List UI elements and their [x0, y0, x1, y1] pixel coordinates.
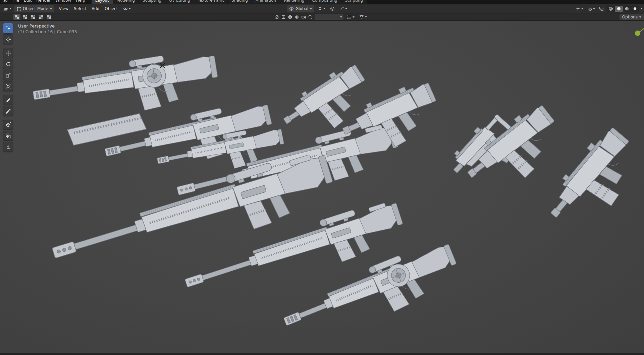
- snap-settings-dropdown-icon[interactable]: [323, 8, 325, 9]
- workspace-tab-layout[interactable]: Layout: [92, 0, 113, 4]
- tool-annotate[interactable]: [3, 95, 13, 105]
- navigation-gizmo[interactable]: [632, 22, 644, 42]
- workspace-tab-texture-paint[interactable]: Texture Paint: [194, 0, 227, 4]
- show-gizmo-icon: [576, 6, 580, 11]
- chevron-down-icon: [365, 16, 367, 18]
- orientation-label: Global: [296, 6, 308, 11]
- tool-scale[interactable]: [3, 70, 13, 80]
- tool-extrude[interactable]: [3, 142, 13, 152]
- camera-icon[interactable]: [301, 15, 306, 19]
- menu-object[interactable]: Object: [102, 5, 120, 12]
- chevron-down-icon: [639, 16, 641, 18]
- shading-mode-group: [606, 5, 639, 12]
- object-mode-dropdown[interactable]: Object Mode: [14, 5, 54, 12]
- chevron-down-icon: [593, 8, 595, 9]
- viewport-menus: View Select Add Object: [56, 5, 121, 12]
- tool-transform[interactable]: [3, 81, 13, 91]
- status-bar: [0, 353, 644, 355]
- workspace-tab-uv-editing[interactable]: UV Editing: [165, 0, 194, 4]
- filter-funnel-icon: [359, 15, 364, 19]
- toggle-xray-icon: [599, 6, 604, 11]
- viewport-display-cluster: [574, 5, 643, 12]
- select-mode-icons: [13, 14, 53, 20]
- select-mode-extend[interactable]: [21, 14, 29, 20]
- circle-slash-icon[interactable]: [274, 15, 279, 19]
- tool-settings-bar: Options: [0, 13, 644, 21]
- active-collection-label: (1) Collection 16 | Cube.035: [18, 29, 77, 34]
- solid-shading-button[interactable]: [615, 6, 623, 12]
- magnet-icon: [318, 6, 322, 11]
- model-heavy-lmg[interactable]: [278, 237, 464, 351]
- mode-label: Object Mode: [23, 6, 48, 11]
- rounded-square-icon[interactable]: [281, 15, 286, 19]
- menu-view[interactable]: View: [56, 5, 71, 12]
- falloff-curve-icon: [339, 6, 344, 11]
- object-mode-icon: [16, 6, 21, 11]
- tool-measure[interactable]: [3, 106, 13, 116]
- chevron-down-icon: [50, 8, 52, 9]
- tool-rotate[interactable]: [3, 59, 13, 69]
- select-mode-invert[interactable]: [38, 14, 45, 20]
- toggle-xray-button[interactable]: [598, 5, 605, 12]
- menu-edit[interactable]: Edit: [21, 0, 34, 3]
- search-icon[interactable]: [308, 15, 313, 19]
- chevron-down-icon: [9, 8, 11, 9]
- chevron-down-icon: [310, 8, 312, 9]
- proportional-editing-toggle[interactable]: [329, 5, 336, 12]
- chevron-down-icon: [345, 8, 347, 9]
- tool-move[interactable]: [3, 48, 13, 58]
- tool-select-box[interactable]: [3, 23, 13, 33]
- workspace-tabs: Layout Modeling Sculpting UV Editing Tex…: [92, 0, 367, 4]
- blender-logo-icon[interactable]: [3, 0, 8, 3]
- sphere-icon[interactable]: [288, 15, 292, 19]
- options-dropdown[interactable]: Options: [620, 14, 644, 20]
- scene-canvas[interactable]: [0, 21, 644, 353]
- menu-file[interactable]: File: [10, 0, 21, 3]
- workspace-tab-sculpting[interactable]: Sculpting: [139, 0, 165, 4]
- show-gizmo-dropdown[interactable]: [574, 5, 585, 12]
- tool-duplicate[interactable]: [3, 131, 13, 141]
- viewport-3d[interactable]: User Perspective (1) Collection 16 | Cub…: [0, 21, 644, 353]
- wireframe-shading-button[interactable]: [607, 6, 615, 12]
- shading-settings-dropdown-icon[interactable]: [641, 8, 643, 9]
- list-display-dropdown[interactable]: [345, 13, 356, 20]
- material-preview-button[interactable]: [623, 6, 631, 12]
- pivot-point-dropdown[interactable]: [122, 5, 132, 12]
- workspace-tab-compositing[interactable]: Compositing: [308, 0, 341, 4]
- workspace-tab-animation[interactable]: Animation: [252, 0, 280, 4]
- model-sniper-rifle[interactable]: [47, 146, 339, 287]
- chevron-down-icon: [353, 16, 355, 18]
- workspace-tab-shading[interactable]: Shading: [228, 0, 252, 4]
- viewport-header: Object Mode View Select Add Object Globa…: [0, 4, 644, 13]
- shaded-sphere-icon[interactable]: [294, 15, 299, 19]
- display-mode-dropdown[interactable]: [315, 14, 343, 20]
- select-mode-set[interactable]: [13, 14, 20, 20]
- select-mode-intersect[interactable]: [46, 14, 53, 20]
- filter-funnel-dropdown[interactable]: [358, 13, 368, 20]
- gizmo-y-axis[interactable]: [635, 31, 640, 36]
- menu-select[interactable]: Select: [71, 5, 89, 12]
- tool-cursor[interactable]: [3, 34, 13, 44]
- select-mode-subtract[interactable]: [30, 14, 37, 20]
- show-overlays-dropdown[interactable]: [586, 5, 596, 12]
- model-vertical-smg[interactable]: [540, 123, 644, 240]
- proportional-falloff-dropdown[interactable]: [338, 5, 348, 12]
- rendered-shading-button[interactable]: [631, 6, 639, 12]
- workspace-tab-scripting[interactable]: Scripting: [341, 0, 367, 4]
- blender-window: File Edit Render Window Help Layout Mode…: [0, 0, 644, 355]
- menu-add[interactable]: Add: [89, 5, 102, 12]
- transform-orientation-dropdown[interactable]: Global: [287, 5, 314, 12]
- model-spare-magazine[interactable]: [66, 113, 147, 146]
- workspace-tab-modeling[interactable]: Modeling: [113, 0, 139, 4]
- menu-window[interactable]: Window: [53, 0, 73, 3]
- editor-type-button[interactable]: [2, 5, 13, 12]
- tool-add-cube[interactable]: [3, 120, 13, 130]
- snap-toggle[interactable]: [316, 5, 327, 12]
- chevron-down-icon: [340, 16, 342, 18]
- filter-cluster: [274, 13, 368, 20]
- workspace-tab-rendering[interactable]: Rendering: [280, 0, 308, 4]
- menu-render[interactable]: Render: [34, 0, 53, 3]
- chevron-down-icon: [129, 8, 131, 9]
- list-icon: [347, 15, 352, 19]
- menu-help[interactable]: Help: [73, 0, 87, 3]
